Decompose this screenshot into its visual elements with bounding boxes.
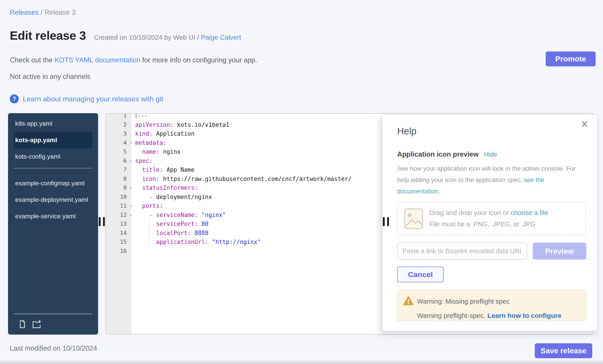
warning-detail-text: Warning preflight-spec. bbox=[417, 312, 487, 319]
docs-line: Check out the KOTS YAML documentation fo… bbox=[10, 56, 257, 64]
channel-status: Not active in any channels bbox=[10, 73, 91, 81]
close-icon[interactable]: ✕ bbox=[581, 120, 589, 129]
docs-suffix: for more info on configuring your app. bbox=[140, 56, 257, 64]
line-number: 14 bbox=[106, 229, 127, 238]
file-tree-item[interactable]: k8s-app.yaml bbox=[14, 115, 92, 132]
fold-spacer bbox=[127, 147, 135, 156]
fold-spacer bbox=[127, 120, 135, 129]
kots-yaml-doc-link[interactable]: KOTS YAML documentation bbox=[54, 56, 140, 64]
fold-arrow-icon[interactable]: ▾ bbox=[127, 183, 135, 192]
fold-spacer bbox=[127, 220, 135, 229]
fold-spacer bbox=[127, 247, 135, 256]
question-mark-icon: ? bbox=[10, 94, 19, 103]
preview-button[interactable]: Preview bbox=[533, 243, 586, 260]
warning-text: Warning: Missing preflight spec bbox=[417, 298, 510, 305]
breadcrumb-releases-link[interactable]: Releases bbox=[10, 9, 39, 16]
line-number: 7 bbox=[106, 165, 127, 175]
file-tree-item[interactable]: example-service.yaml bbox=[14, 208, 92, 225]
save-release-button[interactable]: Save release bbox=[535, 343, 592, 358]
icon-url-input[interactable] bbox=[397, 243, 527, 260]
new-file-icon[interactable] bbox=[18, 319, 28, 329]
line-number: 4 bbox=[106, 138, 127, 147]
fold-spacer bbox=[127, 129, 135, 138]
dropzone-text: Drag and drop your icon or choose a file bbox=[429, 209, 548, 217]
line-number: 6 bbox=[106, 156, 127, 165]
hide-link[interactable]: Hide bbox=[484, 151, 497, 158]
learn-configure-link[interactable]: Learn how to configure bbox=[487, 312, 562, 319]
breadcrumb-current: Release 3 bbox=[44, 9, 76, 16]
line-number: 5 bbox=[106, 147, 127, 156]
line-number: 3 bbox=[106, 129, 127, 138]
promote-button[interactable]: Promote bbox=[546, 52, 596, 66]
created-meta: Created on 10/10/2024 by Web UI / Paige … bbox=[94, 34, 241, 41]
file-tree-panel: k8s-app.yamlkots-app.yamlkots-config.yam… bbox=[8, 113, 98, 335]
fold-spacer bbox=[127, 237, 135, 247]
fold-arrow-icon[interactable]: ▾ bbox=[127, 138, 135, 147]
dropzone-prompt: Drag and drop your icon or bbox=[429, 209, 511, 216]
git-help-row: ? Learn about managing your releases wit… bbox=[10, 94, 163, 103]
title-row: Edit release 3 Created on 10/10/2024 by … bbox=[10, 29, 241, 42]
choose-file-link[interactable]: choose a file bbox=[511, 209, 548, 216]
fold-spacer bbox=[127, 229, 135, 238]
cancel-button[interactable]: Cancel bbox=[397, 267, 443, 282]
help-panel: ✕ Help Application icon preview Hide See… bbox=[382, 114, 597, 331]
panel-resize-handle-left[interactable] bbox=[99, 217, 105, 226]
line-number: 9 bbox=[106, 183, 127, 192]
author-link[interactable]: Paige Calvert bbox=[201, 34, 241, 41]
fold-arrow-icon[interactable]: ▾ bbox=[127, 156, 135, 165]
new-folder-icon[interactable] bbox=[32, 319, 41, 329]
image-placeholder-icon bbox=[404, 207, 423, 232]
line-number: 15 bbox=[106, 237, 127, 247]
file-tree-item[interactable]: kots-app.yaml bbox=[14, 132, 92, 148]
line-number: 2 bbox=[106, 120, 127, 129]
fold-arrow-icon[interactable]: ▾ bbox=[127, 201, 135, 210]
page-title: Edit release 3 bbox=[10, 29, 86, 42]
preflight-warning-box: Warning: Missing preflight spec Warning … bbox=[397, 289, 586, 320]
fold-spacer bbox=[127, 175, 135, 184]
description-suffix: . bbox=[438, 188, 440, 195]
created-text: Created on 10/10/2024 by Web UI / bbox=[94, 34, 199, 41]
section-description: See how your application icon will look … bbox=[397, 163, 578, 197]
line-number: 16 bbox=[106, 247, 127, 256]
line-number: 8 bbox=[106, 175, 127, 184]
git-releases-link[interactable]: Learn about managing your releases with … bbox=[23, 95, 163, 103]
bottom-edge-strip bbox=[0, 360, 603, 364]
warning-detail: Warning preflight-spec. Learn how to con… bbox=[417, 312, 561, 320]
fold-arrow-icon[interactable]: ▾ bbox=[127, 210, 135, 220]
sidebar-footer-divider bbox=[14, 314, 92, 314]
line-number: 1 bbox=[106, 113, 127, 120]
icon-preview-section-header: Application icon preview Hide bbox=[397, 150, 497, 158]
line-number: 13 bbox=[106, 220, 127, 229]
breadcrumb-separator: / bbox=[41, 9, 44, 16]
fold-spacer bbox=[127, 165, 135, 175]
last-modified-text: Last modified on 10/10/2024 bbox=[10, 344, 97, 353]
file-tree-item[interactable]: example-configmap.yaml bbox=[14, 175, 92, 192]
line-number: 10 bbox=[106, 192, 127, 202]
panel-resize-handle-right[interactable] bbox=[383, 217, 389, 226]
docs-prefix: Check out the bbox=[10, 56, 54, 64]
file-tree-divider bbox=[14, 168, 92, 168]
breadcrumb: Releases / Release 3 bbox=[10, 9, 76, 16]
section-title: Application icon preview bbox=[397, 150, 479, 158]
file-tree-item[interactable]: example-deployment.yaml bbox=[14, 192, 92, 208]
line-number: 11 bbox=[106, 201, 127, 210]
line-number: 12 bbox=[106, 210, 127, 220]
fold-spacer bbox=[127, 192, 135, 202]
fold-spacer bbox=[127, 113, 135, 120]
text-cursor bbox=[135, 113, 137, 119]
warning-triangle-icon bbox=[403, 296, 413, 307]
description-text: See how your application icon will look … bbox=[397, 165, 576, 183]
file-tree-item[interactable]: kots-config.yaml bbox=[14, 148, 92, 165]
dropzone-hint: File must be a .PNG, .JPEG, or .JPG bbox=[429, 221, 535, 228]
file-list: k8s-app.yamlkots-app.yamlkots-config.yam… bbox=[8, 113, 98, 225]
icon-dropzone[interactable]: Drag and drop your icon or choose a file… bbox=[397, 202, 586, 235]
help-title: Help bbox=[397, 126, 416, 137]
sidebar-actions bbox=[18, 319, 41, 329]
